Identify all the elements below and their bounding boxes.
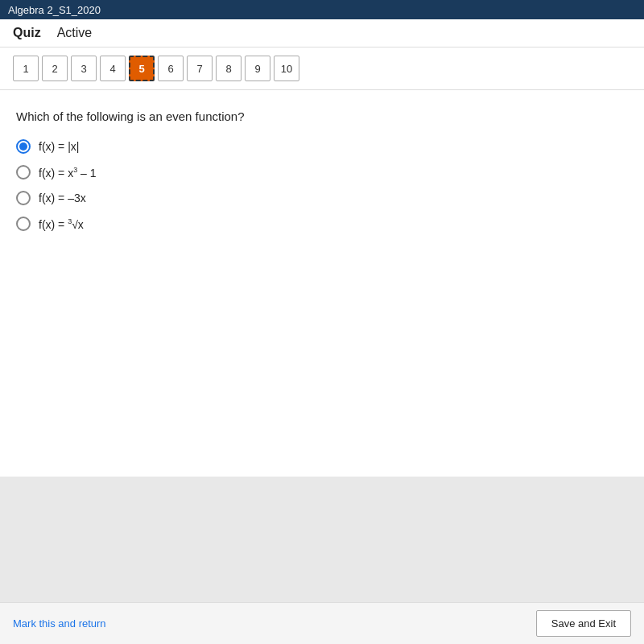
- nav-btn-7[interactable]: 7: [187, 56, 213, 81]
- quiz-header: Quiz Active: [0, 19, 644, 47]
- question-area: Which of the following is an even functi…: [0, 90, 644, 477]
- nav-btn-4[interactable]: 4: [100, 56, 126, 81]
- option-a-text: f(x) = |x|: [39, 140, 79, 153]
- question-nav: 12345678910: [0, 47, 644, 90]
- option-d[interactable]: f(x) = 3√x: [16, 217, 628, 231]
- nav-btn-9[interactable]: 9: [245, 56, 270, 81]
- option-d-text: f(x) = 3√x: [39, 217, 84, 231]
- option-b-text: f(x) = x3 – 1: [39, 166, 97, 180]
- nav-btn-3[interactable]: 3: [71, 56, 97, 81]
- nav-btn-8[interactable]: 8: [216, 56, 242, 81]
- option-c-text: f(x) = –3x: [39, 192, 86, 204]
- top-bar: Algebra 2_S1_2020: [0, 0, 644, 19]
- top-bar-title: Algebra 2_S1_2020: [8, 4, 101, 16]
- mark-return-link[interactable]: Mark this and return: [13, 617, 106, 630]
- question-text: Which of the following is an even functi…: [16, 109, 628, 123]
- option-b[interactable]: f(x) = x3 – 1: [16, 165, 628, 180]
- nav-btn-1[interactable]: 1: [13, 56, 39, 81]
- nav-btn-10[interactable]: 10: [274, 56, 299, 81]
- radio-a[interactable]: [16, 139, 31, 154]
- radio-b[interactable]: [16, 165, 31, 180]
- quiz-label: Quiz: [13, 26, 41, 40]
- nav-btn-5[interactable]: 5: [129, 56, 155, 81]
- nav-btn-6[interactable]: 6: [158, 56, 184, 81]
- option-c[interactable]: f(x) = –3x: [16, 191, 628, 205]
- radio-a-inner: [19, 142, 27, 151]
- save-exit-button[interactable]: Save and Exit: [536, 610, 631, 637]
- bottom-bar: Mark this and return Save and Exit: [0, 602, 644, 644]
- option-a[interactable]: f(x) = |x|: [16, 139, 628, 154]
- active-label: Active: [57, 26, 93, 40]
- nav-btn-2[interactable]: 2: [42, 56, 68, 81]
- radio-d[interactable]: [16, 217, 31, 231]
- radio-c[interactable]: [16, 191, 31, 205]
